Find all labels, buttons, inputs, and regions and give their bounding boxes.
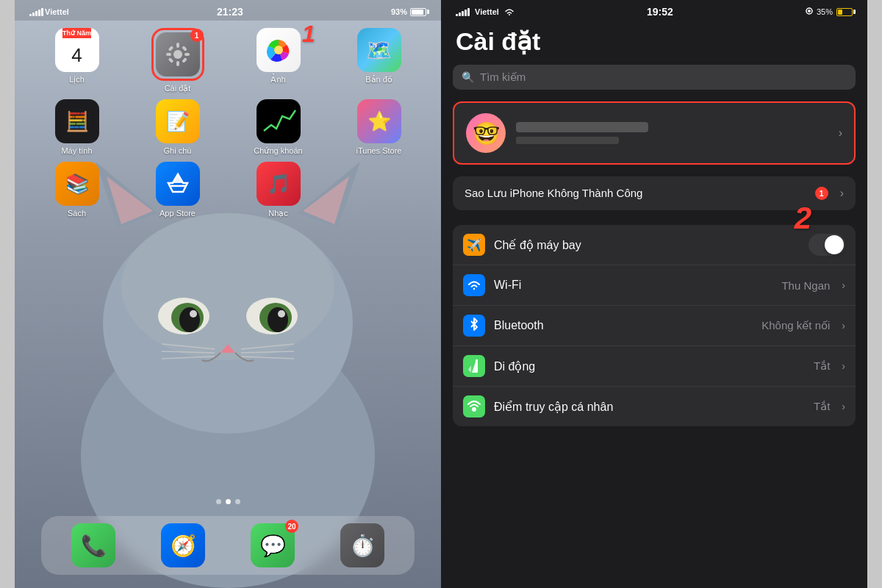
- svg-point-23: [173, 50, 182, 59]
- battery-fill: [412, 10, 423, 15]
- dock-safari-icon: 🧭: [161, 523, 205, 567]
- settings-badge: 1: [190, 29, 204, 42]
- app-row-2: 🧮 Máy tính 📝 Ghi chú: [29, 99, 426, 156]
- cal-day-num: 4: [71, 38, 82, 72]
- gear-svg: [165, 41, 191, 68]
- compass-emoji: ⏱️: [350, 534, 376, 558]
- airplane-label: Chế độ máy bay: [494, 238, 800, 252]
- notes-icon: 📝: [156, 99, 200, 143]
- dock: 📞 🧭 💬 20: [41, 516, 415, 575]
- photos-svg: [265, 36, 293, 64]
- right-time: 19:52: [647, 6, 673, 18]
- icloud-label: Sao Lưu iPhone Không Thành Công: [465, 187, 806, 200]
- itunes-emoji: ⭐: [368, 110, 391, 133]
- bluetooth-svg: [469, 318, 479, 334]
- left-battery-pct: 93%: [391, 7, 407, 16]
- profile-sub-blurred: [516, 137, 619, 144]
- app-music[interactable]: 🎵 Nhạc: [249, 162, 308, 218]
- music-label: Nhạc: [268, 209, 288, 218]
- books-label: Sách: [68, 209, 86, 218]
- app-notes[interactable]: 📝 Ghi chú: [148, 99, 207, 156]
- settings-outline: 1: [151, 28, 204, 81]
- app-calculator[interactable]: 🧮 Máy tính: [48, 99, 107, 156]
- hotspot-chevron-icon: ›: [842, 401, 845, 412]
- step-2-number: 2: [795, 201, 811, 236]
- appstore-svg: [164, 170, 192, 198]
- right-battery-fill: [838, 10, 842, 15]
- airplane-icon: ✈️: [463, 234, 485, 256]
- search-placeholder: Tìm kiếm: [480, 71, 526, 84]
- right-carrier: Viettel: [456, 7, 514, 16]
- bluetooth-value: Không kết nối: [761, 319, 830, 332]
- right-carrier-name: Viettel: [475, 7, 499, 16]
- dock-messages[interactable]: 💬 20: [251, 523, 295, 567]
- stocks-icon: [257, 99, 301, 143]
- app-photos[interactable]: 1 Ảnh: [249, 28, 308, 93]
- cellular-svg: [467, 359, 481, 373]
- photos-icon: [257, 28, 301, 72]
- bluetooth-icon: [463, 315, 485, 337]
- appstore-label: App Store: [159, 209, 196, 218]
- wifi-row[interactable]: Wi-Fi Thu Ngan ›: [453, 265, 856, 306]
- dock-compass-icon: ⏱️: [340, 523, 384, 567]
- app-appstore[interactable]: App Store: [148, 162, 207, 218]
- dot-3: [235, 499, 240, 504]
- svg-rect-25: [176, 61, 179, 66]
- profile-card[interactable]: 🤓 ›: [453, 101, 856, 165]
- svg-point-37: [472, 407, 476, 412]
- dock-safari[interactable]: 🧭: [161, 523, 205, 567]
- spacer: [29, 224, 426, 487]
- app-itunes[interactable]: ⭐ iTunes Store: [350, 99, 409, 156]
- connectivity-section: ✈️ Chế độ máy bay: [453, 225, 856, 426]
- settings-title: Cài đặt: [453, 21, 856, 65]
- svg-rect-30: [168, 57, 173, 63]
- search-bar[interactable]: 🔍 Tìm kiếm: [453, 65, 856, 90]
- page-dots: [29, 493, 426, 510]
- app-stocks[interactable]: Chứng khoán: [249, 99, 308, 156]
- app-settings[interactable]: 1 Cài đặt: [148, 28, 207, 93]
- hotspot-row[interactable]: Điểm truy cập cá nhân Tắt ›: [453, 387, 856, 426]
- cellular-icon: [463, 355, 485, 377]
- svg-point-33: [274, 46, 283, 54]
- svg-rect-28: [168, 46, 173, 51]
- app-calendar[interactable]: Thứ Năm 4 Lịch: [48, 28, 107, 93]
- settings-sections: ✈️ Chế độ máy bay: [453, 225, 856, 426]
- app-maps[interactable]: 🗺️ Bản đồ: [350, 28, 409, 93]
- wifi-label: Wi-Fi: [494, 279, 772, 292]
- left-time: 21:23: [217, 6, 243, 18]
- left-carrier: Viettel: [45, 7, 69, 16]
- bluetooth-row[interactable]: Bluetooth Không kết nối ›: [453, 306, 856, 346]
- maps-label: Bản đồ: [365, 75, 392, 85]
- dock-messages-icon: 💬 20: [251, 523, 295, 567]
- app-books[interactable]: 📚 Sách: [48, 162, 107, 218]
- dock-phone-icon: 📞: [71, 523, 115, 567]
- maps-emoji: 🗺️: [366, 38, 392, 62]
- settings-icon: 1: [156, 32, 200, 76]
- phone-left: Viettel 21:23 93% Thứ Năm: [15, 0, 441, 588]
- dock-phone[interactable]: 📞: [71, 523, 115, 567]
- photos-label: Ảnh: [270, 75, 285, 85]
- app-empty: [350, 162, 409, 218]
- step-1-number: 1: [302, 21, 315, 48]
- toggle-knob: [825, 235, 844, 254]
- notes-label: Ghi chú: [164, 146, 192, 155]
- dock-compass[interactable]: ⏱️: [340, 523, 384, 567]
- avatar-emoji: 🤓: [473, 121, 500, 146]
- calculator-label: Máy tính: [61, 146, 92, 155]
- app-row-1: Thứ Năm 4 Lịch: [29, 28, 426, 93]
- icloud-backup-row[interactable]: Sao Lưu iPhone Không Thành Công 1 › 2: [453, 176, 856, 210]
- empty-icon: [357, 162, 401, 206]
- svg-rect-31: [182, 57, 187, 63]
- search-icon: 🔍: [462, 71, 474, 83]
- svg-rect-24: [176, 43, 179, 48]
- location-icon: [806, 7, 813, 16]
- phone-right: Viettel 19:52 35%: [441, 0, 867, 588]
- hotspot-icon: [463, 395, 485, 417]
- left-signal: Viettel: [29, 7, 69, 16]
- airplane-toggle[interactable]: [808, 234, 845, 256]
- cellular-label: Di động: [494, 359, 805, 373]
- cellular-row[interactable]: Di động Tắt ›: [453, 346, 856, 387]
- books-icon: 📚: [55, 162, 99, 206]
- right-battery-area: 35%: [806, 7, 853, 16]
- dot-1: [216, 499, 221, 504]
